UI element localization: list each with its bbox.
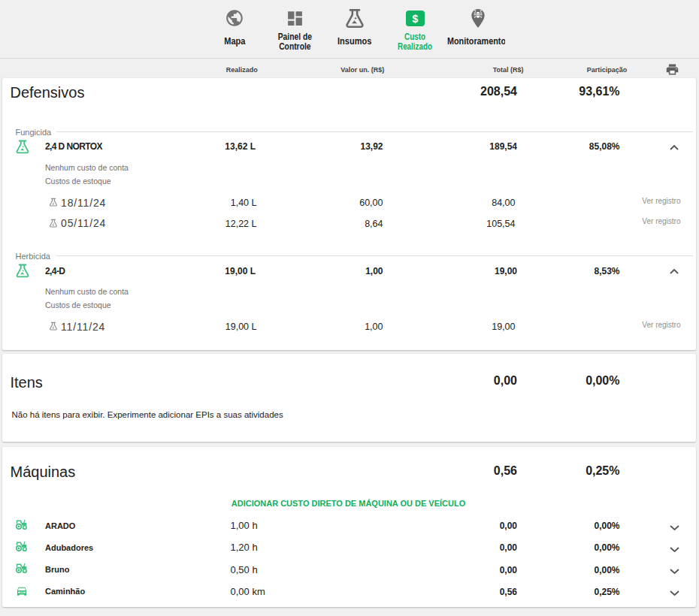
svg-text:$: $ (412, 12, 418, 24)
